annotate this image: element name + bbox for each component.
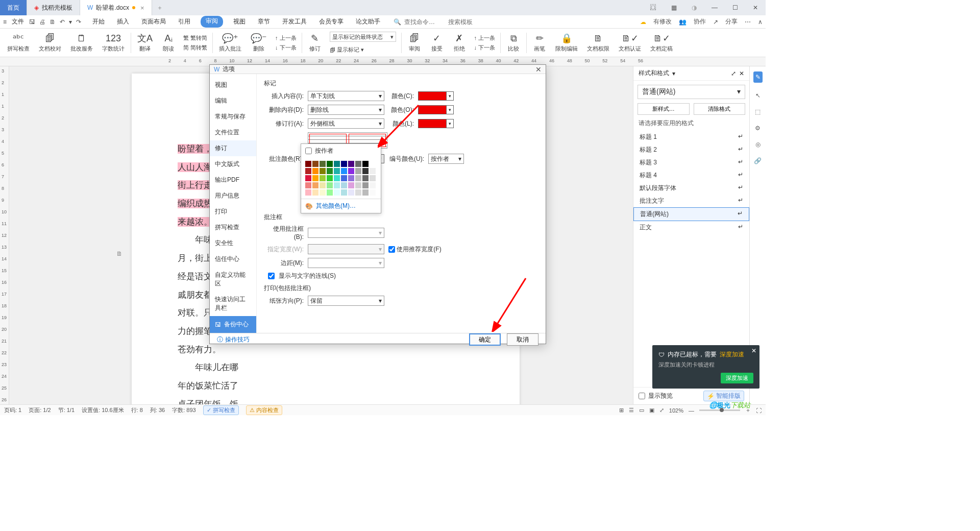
color-swatch[interactable] [355, 175, 361, 181]
color-swatch[interactable] [305, 161, 311, 167]
color-swatch[interactable] [305, 175, 311, 181]
clear-format-button[interactable]: 清除格式 [694, 103, 746, 115]
collapse-icon[interactable]: ∧ [758, 18, 763, 26]
file-menu[interactable]: 文件 [12, 17, 24, 26]
dialog-nav-item[interactable]: 拼写检查 [210, 220, 256, 235]
zoom-label[interactable]: 102% [669, 407, 683, 414]
number-color-select[interactable]: 按作者▾ [428, 154, 464, 164]
tab-layout[interactable]: 页面布局 [139, 16, 168, 28]
has-changes-label[interactable]: 有修改 [653, 17, 672, 26]
color-swatch[interactable] [348, 175, 354, 181]
dialog-nav-item[interactable]: 视图 [210, 77, 256, 93]
status-section[interactable]: 节: 1/1 [58, 406, 75, 414]
rb-trad2simp[interactable]: 繁繁转简 [183, 34, 207, 42]
tips-link[interactable]: ⓘ操作技巧 [217, 335, 250, 344]
style-item[interactable]: 默认段落字体↵ [633, 182, 749, 195]
delete-select[interactable]: 删除线▾ [308, 105, 384, 115]
style-item[interactable]: 正文↵ [633, 221, 749, 234]
tab-vip[interactable]: 会员专享 [317, 16, 346, 28]
zoom-out-icon[interactable]: — [689, 407, 694, 414]
tab-paper[interactable]: 论文助手 [354, 16, 382, 28]
pin-icon[interactable]: ⤢ [731, 70, 736, 77]
close-window-icon[interactable]: ✕ [745, 0, 766, 15]
status-content[interactable]: ⚠内容检查 [246, 405, 282, 415]
status-pageno[interactable]: 页码: 1 [4, 406, 21, 414]
color-swatch[interactable] [348, 182, 354, 188]
color-swatch[interactable] [370, 168, 376, 174]
tab-start[interactable]: 开始 [90, 16, 107, 28]
show-connector-checkbox[interactable] [268, 273, 275, 279]
color-swatch[interactable] [320, 161, 326, 167]
dialog-nav-item[interactable]: 信任中心 [210, 251, 256, 267]
color-swatch[interactable] [327, 189, 333, 196]
status-row[interactable]: 行: 8 [131, 406, 143, 414]
auto-color-option[interactable]: 按作者 [301, 144, 381, 158]
rb-review[interactable]: 🗐审阅 [404, 33, 425, 53]
use-balloon-select[interactable]: ▾ [308, 228, 384, 238]
close-panel-icon[interactable]: ✕ [739, 70, 744, 77]
highlighter-icon[interactable]: ✎ [753, 71, 763, 83]
dialog-nav-item[interactable]: 文件位置 [210, 125, 256, 140]
dialog-nav-item[interactable]: 自定义功能区 [210, 267, 256, 292]
color-swatch[interactable] [327, 175, 333, 181]
rb-correct[interactable]: 🗒批改服务 [66, 33, 97, 53]
color-swatch[interactable] [341, 168, 347, 174]
status-col[interactable]: 列: 36 [150, 406, 165, 414]
rb-reject[interactable]: ✗拒绝 [449, 33, 470, 53]
rb-permission[interactable]: 🗎文档权限 [583, 33, 614, 53]
dialog-nav-item[interactable]: 编辑 [210, 93, 256, 109]
style-item[interactable]: 标题 3↵ [633, 156, 749, 169]
color-swatch[interactable] [327, 168, 333, 174]
maximize-icon[interactable]: ☐ [725, 0, 745, 15]
color-swatch[interactable] [341, 175, 347, 181]
color-swatch[interactable] [341, 161, 347, 167]
color-swatch[interactable] [312, 161, 318, 167]
color-swatch[interactable] [320, 168, 326, 174]
toast-button[interactable]: 深度加速 [721, 373, 753, 383]
ok-button[interactable]: 确定 [469, 333, 501, 346]
save-icon[interactable]: 🖫 [29, 18, 35, 26]
tab-add-button[interactable]: ＋ [152, 0, 167, 15]
tab-review[interactable]: 审阅 [201, 16, 223, 28]
dropdown-icon[interactable]: ▾ [69, 18, 72, 26]
backup-center-button[interactable]: 🖫备份中心 [210, 316, 256, 333]
dialog-nav-item[interactable]: 安全性 [210, 235, 256, 251]
dialog-nav-item[interactable]: 常规与保存 [210, 109, 256, 125]
rb-revise[interactable]: ✎修订 [304, 33, 326, 53]
color-swatch[interactable] [362, 189, 369, 196]
status-position[interactable]: 设置值: 10.6厘米 [82, 406, 124, 414]
tab-reference[interactable]: 引用 [176, 16, 192, 28]
rb-read[interactable]: Aᵢ朗读 [158, 33, 179, 53]
fit-icon[interactable]: ⤢ [659, 407, 664, 414]
print-icon[interactable]: 🖨 [39, 18, 45, 26]
margin-select[interactable]: ▾ [308, 258, 384, 268]
cursor-icon[interactable]: ↖ [755, 92, 761, 99]
link-icon[interactable]: 🔗 [754, 157, 762, 164]
markup-state-select[interactable]: 显示标记的最终状态▾ [330, 32, 396, 42]
color-swatch[interactable] [355, 189, 361, 196]
rb-next-change[interactable]: ↓下一条 [474, 44, 496, 52]
rb-prev-comment[interactable]: ↑上一条 [275, 34, 297, 42]
dialog-titlebar[interactable]: W 选项 ✕ [210, 65, 546, 74]
user-avatar-icon[interactable]: ◑ [684, 0, 704, 15]
change-select[interactable]: 外侧框线▾ [308, 118, 384, 129]
search-template-input[interactable] [448, 18, 489, 26]
color-swatch[interactable] [362, 182, 369, 188]
color-swatch[interactable] [370, 182, 376, 188]
expand-icon[interactable]: ⛶ [756, 407, 762, 414]
color-swatch[interactable] [312, 189, 318, 196]
dialog-close-icon[interactable]: ✕ [535, 65, 542, 74]
dialog-nav-item[interactable]: 中文版式 [210, 156, 256, 172]
style-item[interactable]: 普通(网站)↵ [633, 207, 749, 221]
color-swatch[interactable] [334, 189, 340, 196]
color-swatch[interactable] [362, 175, 369, 181]
color-swatch[interactable] [341, 189, 347, 196]
color-swatch[interactable] [348, 161, 354, 167]
color-swatch[interactable] [341, 182, 347, 188]
rb-spell[interactable]: ᵃᵇᶜ拼写检查 [3, 33, 34, 53]
style-item[interactable]: 标题 2↵ [633, 143, 749, 156]
reading-mode-icon[interactable]: ⿴ [643, 0, 664, 15]
new-style-button[interactable]: 新样式… [638, 103, 690, 115]
rb-delete-comment[interactable]: 💬⁻删除 [247, 33, 271, 53]
tab-section[interactable]: 章节 [256, 16, 272, 28]
